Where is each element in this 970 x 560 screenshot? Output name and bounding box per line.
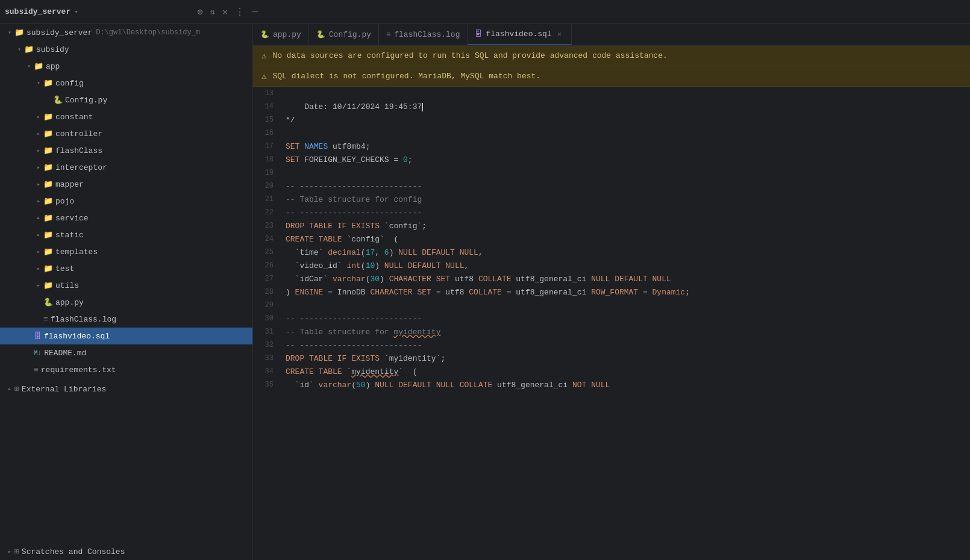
code-lines: 13 14 Date: 10/11/2024 19:45:37 15 */ 16 [253,87,970,391]
line-content: -- Table structure for config [283,193,970,206]
sidebar-item-flashclass[interactable]: 📁 flashClass [0,142,252,159]
line-content: -- -------------------------- [283,312,970,325]
line-number: 35 [253,378,283,391]
line-number: 14 [253,100,283,113]
line-number: 23 [253,219,283,232]
banner-text: SQL dialect is not configured. MariaDB, … [272,72,540,81]
sidebar-item-app[interactable]: 📁 app [0,58,252,75]
line-content: DROP TABLE IF EXISTS `myidentity`; [283,352,970,365]
banner-sql-dialect: ⚠ SQL dialect is not configured. MariaDB… [253,66,970,87]
sidebar-item-config-py[interactable]: 🐍 Config.py [0,92,252,108]
sidebar-item-constant[interactable]: 📁 constant [0,108,252,125]
log-file-icon: ≡ [43,315,48,324]
line-number: 33 [253,352,283,365]
arrow-icon [34,265,43,272]
sidebar-item-external-libraries[interactable]: ⊞ External Libraries [0,381,252,397]
line-content: -- -------------------------- [283,179,970,193]
sidebar-path: D:\gwl\Desktop\subsidy_m [96,28,200,37]
line-number: 20 [253,179,283,193]
arrow-icon [34,113,43,120]
code-line-30: 30 -- -------------------------- [253,312,970,325]
code-line-31: 31 -- Table structure for myidentity [253,325,970,338]
sidebar-item-app-py[interactable]: 🐍 app.py [0,294,252,311]
line-number: 29 [253,299,283,312]
folder-icon: 📁 [43,196,53,206]
sidebar-item-templates[interactable]: 📁 templates [0,243,252,260]
folder-icon: 📁 [43,179,53,189]
sidebar-label: External Libraries [22,385,106,394]
arrow-icon [34,79,43,87]
menu-icon[interactable]: ⋮ [235,6,245,18]
tabs-bar: 🐍 app.py 🐍 Config.py ≡ flashClass.log 🗄 … [253,24,970,46]
python-tab-icon: 🐍 [260,30,269,39]
md-file-icon: M↓ [34,349,42,356]
line-content [283,166,970,179]
scratch-icon: ⊞ [14,547,19,556]
chevron-down-icon[interactable]: ▾ [74,8,78,16]
new-file-icon[interactable]: ⊕ [197,6,203,18]
sidebar-item-subsidy[interactable]: 📁 subsidy [0,41,252,58]
code-line-17: 17 SET NAMES utf8mb4; [253,140,970,153]
line-content: CREATE TABLE `myidentity` ( [283,365,970,378]
title-bar-left: subsidy_server ▾ ⊕ ⇅ ✕ ⋮ — [5,6,258,18]
banner-no-datasource: ⚠ No data sources are configured to run … [253,46,970,66]
sidebar-item-requirements-txt[interactable]: ≡ requirements.txt [0,361,252,378]
sidebar-label: subsidy [36,45,69,54]
arrow-icon [5,385,14,393]
code-line-13: 13 [253,87,970,100]
sidebar-item-utils[interactable]: 📁 utils [0,277,252,294]
line-number: 32 [253,338,283,352]
code-line-16: 16 [253,126,970,140]
sidebar-item-scratches-consoles[interactable]: ⊞ Scratches and Consoles [0,543,252,560]
sidebar-label: mapper [55,180,84,189]
sidebar-item-service[interactable]: 📁 service [0,210,252,226]
folder-icon: 📁 [43,281,53,290]
code-editor[interactable]: 13 14 Date: 10/11/2024 19:45:37 15 */ 16 [253,87,970,560]
line-number: 18 [253,153,283,166]
arrow-icon [34,181,43,188]
minimize-icon[interactable]: — [252,7,258,17]
sidebar-label: README.md [44,349,86,358]
sidebar-label: interceptor [55,163,107,172]
log-tab-icon: ≡ [386,31,390,39]
sidebar-label: subsidy_server [27,28,92,37]
line-content: `video_id` int(10) NULL DEFAULT NULL, [283,259,970,272]
sidebar-item-config[interactable]: 📁 config [0,75,252,92]
close-icon[interactable]: ✕ [222,6,228,18]
line-content: `id` varchar(50) NULL DEFAULT NULL COLLA… [283,378,970,391]
sidebar-item-pojo[interactable]: 📁 pojo [0,193,252,210]
code-line-19: 19 [253,166,970,179]
arrow-icon [5,548,14,555]
arrow-icon [34,282,43,289]
sidebar-item-controller[interactable]: 📁 controller [0,125,252,142]
sidebar-item-readme-md[interactable]: M↓ README.md [0,344,252,361]
tab-close-button[interactable]: ✕ [555,30,564,39]
line-number: 31 [253,325,283,338]
code-line-33: 33 DROP TABLE IF EXISTS `myidentity`; [253,352,970,365]
tab-flashclass-log[interactable]: ≡ flashClass.log [379,24,468,46]
tab-label: Config.py [329,30,371,39]
arrow-icon [34,164,43,171]
sidebar-item-test[interactable]: 📁 test [0,260,252,277]
arrow-icon [14,46,24,53]
tab-flashvideo-sql[interactable]: 🗄 flashvideo.sql ✕ [468,24,571,46]
line-number: 19 [253,166,283,179]
navigate-icon[interactable]: ⇅ [210,7,215,17]
line-content [283,299,970,312]
sidebar-item-flashvideo-sql[interactable]: 🗄 flashvideo.sql [0,328,252,344]
code-line-14: 14 Date: 10/11/2024 19:45:37 [253,100,970,113]
sidebar-item-mapper[interactable]: 📁 mapper [0,176,252,193]
line-content: `idCar` varchar(30) CHARACTER SET utf8 C… [283,272,970,285]
sidebar-label: pojo [55,197,74,206]
sidebar-item-subsidy_server[interactable]: 📁 subsidy_server D:\gwl\Desktop\subsidy_… [0,24,252,41]
tab-app-py[interactable]: 🐍 app.py [253,24,309,46]
code-line-25: 25 `time` decimal(17, 6) NULL DEFAULT NU… [253,246,970,259]
line-number: 26 [253,259,283,272]
code-line-29: 29 [253,299,970,312]
line-number: 24 [253,232,283,246]
tab-config-py[interactable]: 🐍 Config.py [309,24,379,46]
sidebar-label: service [55,214,89,223]
sidebar-item-flashclass-log[interactable]: ≡ flashClass.log [0,311,252,328]
sidebar-item-interceptor[interactable]: 📁 interceptor [0,159,252,176]
sidebar-item-static[interactable]: 📁 static [0,226,252,243]
